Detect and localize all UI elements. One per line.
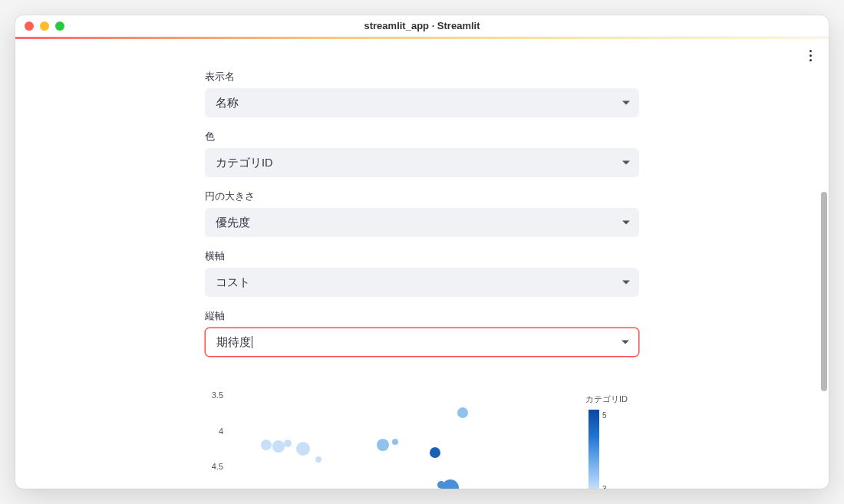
data-point[interactable] (430, 447, 440, 458)
data-point[interactable] (457, 407, 468, 418)
data-point[interactable] (296, 442, 310, 456)
form-area: 表示名 名称 色 カテゴリID 円の大きさ 優先度 (205, 70, 639, 357)
field-label: 円の大きさ (205, 189, 639, 203)
select-y-axis[interactable]: 期待度 (205, 328, 639, 357)
chevron-down-icon (621, 341, 629, 344)
app-window: streamlit_app · Streamlit 表示名 名称 色 カテゴリI… (15, 15, 829, 489)
data-point[interactable] (392, 439, 398, 445)
colorbar-tick: 5 (602, 410, 607, 419)
select-x-axis[interactable]: コスト (205, 268, 639, 297)
window-title: streamlit_app · Streamlit (15, 20, 829, 31)
field-x-axis: 横軸 コスト (205, 249, 639, 297)
select-value: コスト (216, 275, 250, 290)
data-point[interactable] (261, 440, 272, 450)
scrollbar-thumb[interactable] (821, 192, 827, 391)
data-point[interactable] (284, 440, 292, 447)
colorbar: 5 3 (588, 410, 599, 489)
scatter-plot[interactable]: 望 54.543.5 (228, 387, 550, 489)
data-point[interactable] (377, 439, 389, 451)
field-label: 色 (205, 130, 639, 143)
y-tick-label: 4 (219, 427, 223, 436)
chevron-down-icon (622, 281, 630, 285)
field-circle-size: 円の大きさ 優先度 (205, 189, 639, 237)
traffic-lights (25, 21, 64, 31)
text-cursor (252, 336, 252, 348)
minimize-window-button[interactable] (40, 21, 49, 31)
data-point[interactable] (442, 479, 459, 489)
field-display-name: 表示名 名称 (205, 70, 639, 117)
field-y-axis: 縦軸 期待度 (205, 309, 639, 357)
select-value: カテゴリID (216, 156, 273, 170)
field-label: 縦軸 (205, 309, 639, 323)
legend-title: カテゴリID (585, 394, 639, 405)
content-area: 表示名 名称 色 カテゴリID 円の大きさ 優先度 (15, 39, 829, 489)
select-value: 期待度 (216, 335, 251, 350)
select-display-name[interactable]: 名称 (205, 88, 639, 117)
select-circle-size[interactable]: 優先度 (205, 208, 639, 237)
select-value: 名称 (216, 96, 239, 110)
field-label: 表示名 (205, 70, 639, 84)
close-window-button[interactable] (25, 21, 34, 31)
field-color: 色 カテゴリID (205, 130, 639, 177)
data-point[interactable] (315, 456, 321, 463)
y-tick-label: 4.5 (212, 462, 223, 471)
color-legend: カテゴリID 5 3 (585, 394, 639, 489)
app-toolbar (801, 46, 819, 64)
titlebar: streamlit_app · Streamlit (15, 15, 829, 37)
menu-icon[interactable] (801, 46, 819, 64)
field-label: 横軸 (205, 249, 639, 263)
select-color[interactable]: カテゴリID (205, 148, 639, 177)
colorbar-tick: 3 (602, 485, 607, 489)
data-point[interactable] (272, 440, 285, 453)
chevron-down-icon (622, 221, 630, 225)
chevron-down-icon (622, 101, 630, 105)
select-value: 優先度 (216, 216, 250, 230)
y-tick-label: 3.5 (212, 390, 223, 400)
zoom-window-button[interactable] (55, 21, 64, 31)
chart-container: 望 54.543.5 カテゴリID 5 3 (205, 387, 639, 489)
scrollbar[interactable] (821, 192, 827, 391)
chevron-down-icon (622, 161, 630, 165)
